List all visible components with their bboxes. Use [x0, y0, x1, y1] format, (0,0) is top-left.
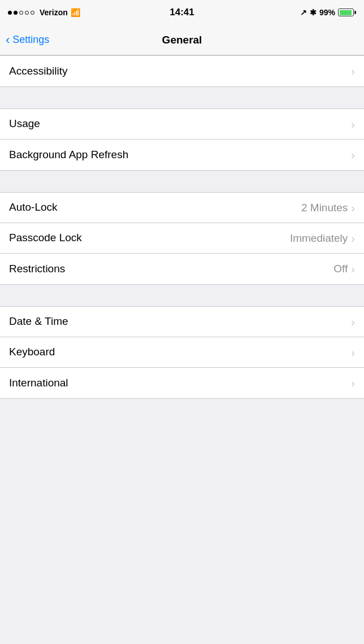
- signal-dot-2: [14, 11, 18, 15]
- chevron-right-icon: ›: [351, 202, 355, 214]
- item-left: Auto-Lock: [9, 201, 301, 215]
- signal-dot-4: [25, 11, 29, 15]
- item-left: Accessibility: [9, 64, 351, 79]
- sidebar-item-restrictions[interactable]: Restrictions Off ›: [0, 254, 364, 284]
- item-left: Keyboard: [9, 345, 351, 359]
- chevron-right-icon: ›: [351, 66, 355, 77]
- separator-3: [0, 285, 364, 306]
- location-icon: ↗: [300, 8, 307, 17]
- sidebar-item-auto-lock[interactable]: Auto-Lock 2 Minutes ›: [0, 193, 364, 223]
- usage-label: Usage: [9, 117, 40, 131]
- sidebar-item-international[interactable]: International ›: [0, 368, 364, 398]
- item-right: ›: [351, 347, 355, 358]
- back-chevron-icon: ‹: [6, 34, 10, 46]
- chevron-right-icon: ›: [351, 316, 355, 328]
- item-left: International: [9, 376, 351, 390]
- section-2: Usage › Background App Refresh ›: [0, 108, 364, 171]
- status-left: Verizon 📶: [8, 8, 80, 17]
- signal-dot-5: [31, 11, 34, 15]
- battery-tip: [354, 11, 356, 14]
- item-right: ›: [351, 316, 355, 328]
- keyboard-label: Keyboard: [9, 345, 55, 359]
- sidebar-item-usage[interactable]: Usage ›: [0, 109, 364, 140]
- international-label: International: [9, 376, 68, 390]
- section-4-list: Date & Time › Keyboard › International ›: [0, 306, 364, 399]
- auto-lock-value: 2 Minutes: [301, 202, 348, 214]
- sidebar-item-keyboard[interactable]: Keyboard ›: [0, 337, 364, 368]
- background-app-refresh-label: Background App Refresh: [9, 148, 128, 162]
- separator-1: [0, 87, 364, 108]
- section-4: Date & Time › Keyboard › International ›: [0, 306, 364, 399]
- battery-percent: 99%: [319, 8, 335, 17]
- back-label: Settings: [12, 34, 49, 46]
- item-left: Background App Refresh: [9, 148, 351, 162]
- item-left: Usage: [9, 117, 351, 131]
- section-2-list: Usage › Background App Refresh ›: [0, 108, 364, 171]
- sidebar-item-passcode-lock[interactable]: Passcode Lock Immediately ›: [0, 223, 364, 254]
- signal-dot-3: [19, 11, 23, 15]
- battery-icon: [338, 8, 356, 16]
- passcode-lock-label: Passcode Lock: [9, 231, 82, 245]
- restrictions-label: Restrictions: [9, 262, 65, 276]
- signal-dot-1: [8, 11, 12, 15]
- chevron-right-icon: ›: [351, 233, 355, 244]
- battery-container: [338, 8, 356, 16]
- signal-strength: [8, 11, 34, 15]
- item-left: Date & Time: [9, 315, 351, 329]
- sidebar-item-date-time[interactable]: Date & Time ›: [0, 307, 364, 337]
- item-right: ›: [351, 119, 355, 130]
- section-1: Accessibility ›: [0, 55, 364, 87]
- item-right: 2 Minutes ›: [301, 202, 355, 214]
- status-time: 14:41: [170, 7, 194, 18]
- status-bar: Verizon 📶 14:41 ↗ ✱ 99%: [0, 0, 364, 25]
- accessibility-label: Accessibility: [9, 64, 67, 79]
- battery-fill: [340, 10, 352, 15]
- separator-2: [0, 171, 364, 192]
- nav-bar: ‹ Settings General: [0, 25, 364, 55]
- item-right: Off ›: [333, 263, 355, 275]
- chevron-right-icon: ›: [351, 119, 355, 130]
- item-left: Passcode Lock: [9, 231, 290, 245]
- carrier-label: Verizon: [40, 8, 68, 17]
- item-left: Restrictions: [9, 262, 333, 276]
- chevron-right-icon: ›: [351, 263, 355, 275]
- passcode-lock-value: Immediately: [290, 232, 348, 245]
- status-right: ↗ ✱ 99%: [300, 8, 356, 17]
- chevron-right-icon: ›: [351, 377, 355, 389]
- item-right: Immediately ›: [290, 232, 355, 245]
- item-right: ›: [351, 66, 355, 77]
- wifi-icon: 📶: [71, 8, 80, 17]
- item-right: ›: [351, 377, 355, 389]
- page-title: General: [162, 34, 202, 46]
- sidebar-item-accessibility[interactable]: Accessibility ›: [0, 56, 364, 86]
- section-3-list: Auto-Lock 2 Minutes › Passcode Lock Imme…: [0, 192, 364, 285]
- battery-body: [338, 8, 354, 16]
- bluetooth-icon: ✱: [310, 8, 317, 17]
- restrictions-value: Off: [333, 263, 348, 275]
- item-right: ›: [351, 149, 355, 160]
- section-1-list: Accessibility ›: [0, 55, 364, 87]
- back-button[interactable]: ‹ Settings: [6, 34, 49, 46]
- section-3: Auto-Lock 2 Minutes › Passcode Lock Imme…: [0, 192, 364, 285]
- auto-lock-label: Auto-Lock: [9, 201, 58, 215]
- date-time-label: Date & Time: [9, 315, 68, 329]
- chevron-right-icon: ›: [351, 347, 355, 358]
- sidebar-item-background-app-refresh[interactable]: Background App Refresh ›: [0, 140, 364, 170]
- chevron-right-icon: ›: [351, 149, 355, 160]
